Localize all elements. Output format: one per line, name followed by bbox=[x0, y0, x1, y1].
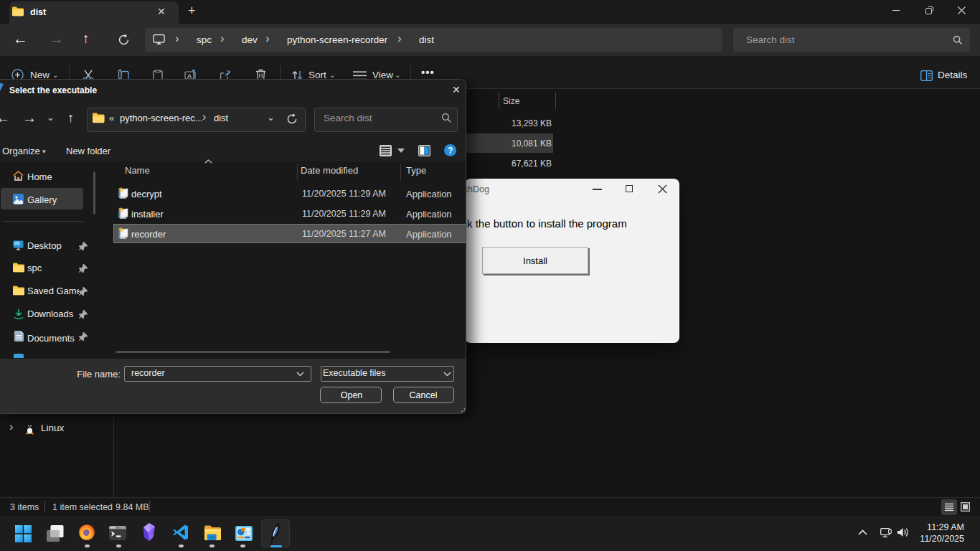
svg-text:A: A bbox=[187, 72, 192, 80]
